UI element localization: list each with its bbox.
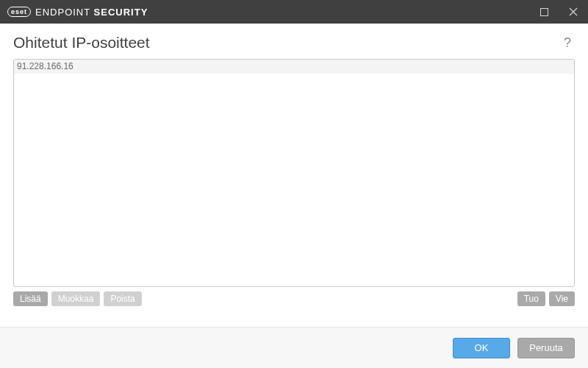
list-item[interactable]: 91.228.166.16	[14, 60, 574, 74]
titlebar: eset ENDPOINT SECURITY	[0, 0, 588, 24]
close-icon	[569, 7, 578, 16]
help-button[interactable]: ?	[560, 35, 575, 51]
svg-rect-0	[540, 8, 548, 15]
brand: eset ENDPOINT SECURITY	[7, 7, 148, 18]
app-window: eset ENDPOINT SECURITY Ohitetut IP-osoit…	[0, 0, 588, 368]
import-button[interactable]: Tuo	[517, 291, 545, 306]
maximize-icon	[540, 8, 548, 16]
edit-button[interactable]: Muokkaa	[51, 291, 101, 306]
delete-button[interactable]: Poista	[104, 291, 141, 306]
page-title: Ohitetut IP-osoitteet	[13, 34, 560, 52]
add-button[interactable]: Lisää	[13, 291, 48, 306]
header-row: Ohitetut IP-osoitteet ?	[13, 34, 575, 52]
content-area: Ohitetut IP-osoitteet ? 91.228.166.16 Li…	[0, 24, 588, 327]
maximize-button[interactable]	[529, 0, 559, 24]
ip-listbox[interactable]: 91.228.166.16	[13, 59, 575, 287]
list-action-row: Lisää Muokkaa Poista Tuo Vie	[13, 291, 575, 306]
brand-text: ENDPOINT SECURITY	[35, 7, 148, 18]
export-button[interactable]: Vie	[549, 291, 575, 306]
cancel-button[interactable]: Peruuta	[517, 338, 575, 358]
close-button[interactable]	[559, 0, 588, 24]
ok-button[interactable]: OK	[453, 338, 510, 358]
brand-text-bold: SECURITY	[94, 7, 148, 18]
brand-badge: eset	[7, 7, 31, 17]
brand-text-light: ENDPOINT	[35, 7, 94, 18]
window-controls	[529, 0, 588, 24]
dialog-footer: OK Peruuta	[0, 327, 588, 368]
